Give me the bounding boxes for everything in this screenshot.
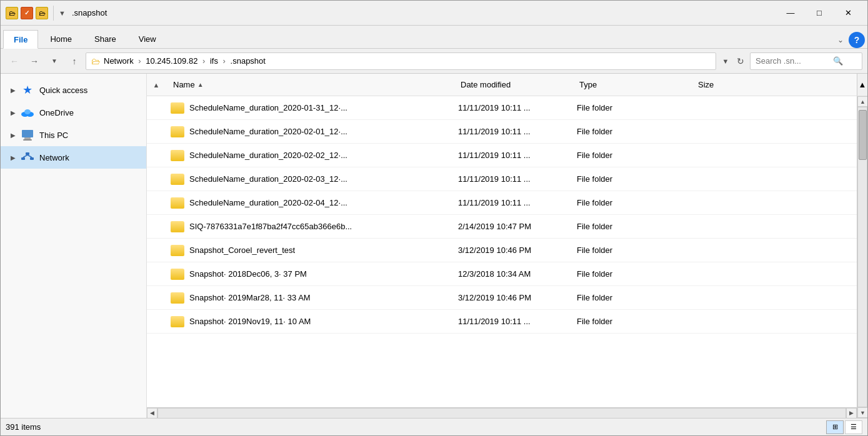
- folder-icon: [171, 102, 184, 114]
- folder-icon: [171, 150, 184, 161]
- file-name-text: ScheduleName_duration_2020-02-03_12·...: [189, 174, 347, 184]
- main-area: ▶ ★ Quick access ▶ OneDrive ▶ This PC: [1, 74, 867, 418]
- header-up-arrow[interactable]: ▲: [147, 81, 166, 89]
- view-toggle-buttons: ⊞ ☰: [826, 420, 862, 434]
- back-button[interactable]: ←: [6, 52, 23, 70]
- svg-line-10: [27, 155, 32, 157]
- file-row-type: File folder: [572, 222, 691, 231]
- file-row-name: ScheduleName_duration_2020-01-31_12·...: [166, 102, 453, 114]
- svg-rect-5: [23, 139, 32, 141]
- minimize-button[interactable]: —: [776, 3, 805, 23]
- file-row-name: SIQ-7876331a7e1f87ba2f47cc65ab366e6b...: [166, 221, 453, 232]
- view-list-button[interactable]: ☰: [845, 420, 862, 434]
- search-input[interactable]: [756, 56, 831, 66]
- file-row-type: File folder: [572, 103, 691, 112]
- search-bar[interactable]: 🔍: [750, 52, 862, 70]
- address-bar[interactable]: 🗁 Network › 10.245.109.82 › ifs › .snaps…: [86, 52, 716, 70]
- svg-rect-6: [26, 152, 29, 155]
- hscroll-track[interactable]: [157, 408, 846, 419]
- sidebar-item-this-pc[interactable]: ▶ This PC: [1, 124, 146, 146]
- maximize-button[interactable]: □: [805, 3, 834, 23]
- file-row-type: File folder: [572, 198, 691, 207]
- file-name-text: Snapshot· 2019Mar28, 11· 33 AM: [189, 293, 311, 302]
- path-ifs: ifs: [210, 56, 218, 66]
- onedrive-icon: [21, 106, 34, 119]
- col-header-name[interactable]: Name ▲: [166, 74, 453, 96]
- file-name-text: ScheduleName_duration_2020-02-04_12·...: [189, 198, 347, 207]
- window-title: .snapshot: [72, 8, 776, 17]
- folder-icon-title2: 🗁: [36, 7, 48, 19]
- path-snapshot: .snapshot: [231, 56, 266, 66]
- table-row[interactable]: Snapshot· 2019Nov19, 11· 10 AM 11/11/201…: [147, 310, 857, 334]
- sidebar-item-quick-access[interactable]: ▶ ★ Quick access: [1, 79, 146, 101]
- sidebar-item-network[interactable]: ▶ Network: [1, 146, 146, 169]
- vscroll-up-btn[interactable]: ▲: [857, 96, 867, 107]
- pin-icon-title: ✓: [21, 7, 33, 19]
- file-row-date: 2/14/2019 10:47 PM: [453, 222, 572, 231]
- vscroll-down-btn[interactable]: ▼: [857, 407, 867, 418]
- tab-home[interactable]: Home: [39, 29, 82, 48]
- table-row[interactable]: ScheduleName_duration_2020-02-02_12·... …: [147, 144, 857, 167]
- status-bar: 391 items ⊞ ☰: [1, 418, 867, 435]
- address-dropdown-button[interactable]: ▼: [719, 52, 732, 70]
- table-row[interactable]: ScheduleName_duration_2020-02-03_12·... …: [147, 167, 857, 191]
- table-row[interactable]: ScheduleName_duration_2020-01-31_12·... …: [147, 96, 857, 120]
- ribbon-collapse-button[interactable]: ⌄: [837, 36, 844, 44]
- folder-icon: [171, 197, 184, 209]
- folder-icon: [171, 245, 184, 256]
- title-bar: 🗁 ✓ 🗁 ▼ .snapshot — □ ✕: [1, 1, 867, 26]
- folder-icon: [171, 174, 184, 185]
- file-row-date: 11/11/2019 10:11 ...: [453, 317, 572, 326]
- col-header-size[interactable]: Size: [691, 74, 857, 96]
- file-row-name: ScheduleName_duration_2020-02-03_12·...: [166, 174, 453, 185]
- folder-icon: [171, 269, 184, 280]
- col-type-label: Type: [579, 80, 597, 89]
- horizontal-scrollbar[interactable]: ◀ ▶: [147, 407, 857, 418]
- vscroll-thumb[interactable]: [859, 110, 867, 160]
- file-row-date: 11/11/2019 10:11 ...: [453, 151, 572, 160]
- sidebar-item-onedrive[interactable]: ▶ OneDrive: [1, 101, 146, 124]
- view-details-button[interactable]: ⊞: [826, 420, 844, 434]
- hscroll-left-arrow[interactable]: ◀: [147, 408, 157, 419]
- path-network: Network: [104, 56, 134, 66]
- recent-locations-button[interactable]: ▼: [46, 52, 63, 70]
- table-row[interactable]: ScheduleName_duration_2020-02-04_12·... …: [147, 191, 857, 215]
- network-icon: [21, 151, 34, 164]
- file-row-date: 11/11/2019 10:11 ...: [453, 103, 572, 112]
- table-row[interactable]: ScheduleName_duration_2020-02-01_12·... …: [147, 120, 857, 144]
- col-header-date[interactable]: Date modified: [453, 74, 572, 96]
- file-name-text: Snapshot_Coroel_revert_test: [189, 245, 295, 255]
- file-row-type: File folder: [572, 151, 691, 160]
- close-button[interactable]: ✕: [834, 3, 862, 23]
- file-row-type: File folder: [572, 269, 691, 279]
- network-label: Network: [39, 153, 69, 162]
- up-button[interactable]: ↑: [66, 52, 83, 70]
- help-button[interactable]: ?: [849, 32, 865, 48]
- forward-button[interactable]: →: [26, 52, 43, 70]
- sidebar: ▶ ★ Quick access ▶ OneDrive ▶ This PC: [1, 74, 147, 418]
- col-header-type[interactable]: Type: [572, 74, 691, 96]
- file-list: ScheduleName_duration_2020-01-31_12·... …: [147, 96, 857, 407]
- vscroll-track[interactable]: [857, 107, 867, 407]
- file-row-name: Snapshot· 2018Dec06, 3· 37 PM: [166, 269, 453, 280]
- table-row[interactable]: Snapshot· 2019Mar28, 11· 33 AM 3/12/2019…: [147, 286, 857, 310]
- this-pc-label: This PC: [39, 131, 68, 140]
- table-row[interactable]: Snapshot· 2018Dec06, 3· 37 PM 12/3/2018 …: [147, 262, 857, 286]
- file-row-type: File folder: [572, 317, 691, 326]
- table-row[interactable]: SIQ-7876331a7e1f87ba2f47cc65ab366e6b... …: [147, 215, 857, 239]
- folder-icon-title: 🗁: [6, 7, 18, 19]
- tab-file[interactable]: File: [3, 30, 38, 49]
- file-name-text: Snapshot· 2018Dec06, 3· 37 PM: [189, 269, 307, 279]
- vscroll-up-arrow[interactable]: ▲: [857, 74, 867, 96]
- col-date-label: Date modified: [461, 80, 511, 89]
- col-sort-arrow: ▲: [197, 81, 204, 88]
- file-name-text: Snapshot· 2019Nov19, 11· 10 AM: [189, 317, 311, 326]
- hscroll-right-arrow[interactable]: ▶: [846, 408, 857, 419]
- table-row[interactable]: Snapshot_Coroel_revert_test 3/12/2019 10…: [147, 239, 857, 262]
- tab-share[interactable]: Share: [84, 29, 127, 48]
- file-row-type: File folder: [572, 245, 691, 255]
- address-refresh-button[interactable]: ↻: [734, 52, 747, 70]
- onedrive-label: OneDrive: [39, 108, 74, 117]
- file-name-text: ScheduleName_duration_2020-02-02_12·...: [189, 151, 347, 160]
- tab-view[interactable]: View: [128, 29, 167, 48]
